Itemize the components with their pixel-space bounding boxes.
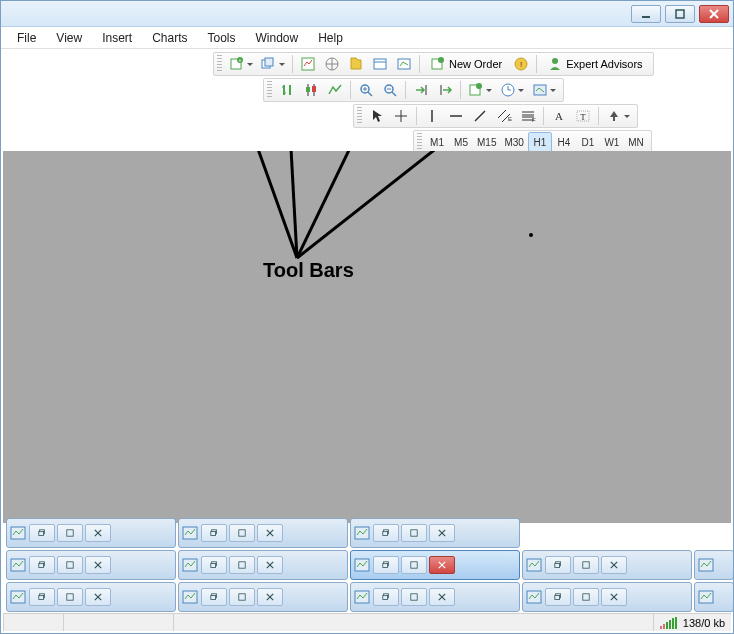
close-button[interactable] bbox=[429, 524, 455, 542]
minimized-window[interactable] bbox=[6, 582, 176, 612]
restore-button[interactable] bbox=[29, 524, 55, 542]
minimized-window[interactable] bbox=[694, 550, 734, 580]
new-chart-button[interactable]: + bbox=[225, 54, 257, 74]
minimized-window[interactable] bbox=[6, 550, 176, 580]
maximize-button[interactable] bbox=[229, 556, 255, 574]
line-chart-button[interactable] bbox=[323, 80, 347, 100]
toolbar-grip[interactable] bbox=[217, 55, 222, 73]
expert-advisors-button[interactable]: Expert Advisors bbox=[540, 54, 649, 74]
fibonacci-button[interactable]: F bbox=[516, 106, 540, 126]
equidistant-channel-button[interactable]: E bbox=[492, 106, 516, 126]
close-button[interactable] bbox=[601, 588, 627, 606]
restore-button[interactable] bbox=[373, 556, 399, 574]
timeframe-m15[interactable]: M15 bbox=[473, 132, 500, 152]
profiles-button[interactable] bbox=[257, 54, 289, 74]
timeframe-h1[interactable]: H1 bbox=[528, 132, 552, 152]
toolbar-grip[interactable] bbox=[417, 133, 422, 151]
minimized-window[interactable] bbox=[178, 518, 348, 548]
timeframe-w1[interactable]: W1 bbox=[600, 132, 624, 152]
restore-button[interactable] bbox=[545, 556, 571, 574]
maximize-button[interactable] bbox=[229, 588, 255, 606]
maximize-button[interactable] bbox=[573, 588, 599, 606]
close-button[interactable] bbox=[429, 556, 455, 574]
crosshair-button[interactable] bbox=[389, 106, 413, 126]
close-button[interactable] bbox=[85, 556, 111, 574]
close-button[interactable] bbox=[85, 588, 111, 606]
arrows-button[interactable] bbox=[602, 106, 634, 126]
text-button[interactable]: A bbox=[547, 106, 571, 126]
auto-scroll-button[interactable] bbox=[409, 80, 433, 100]
restore-button[interactable] bbox=[373, 588, 399, 606]
connection-status[interactable]: 138/0 kb bbox=[653, 614, 731, 631]
close-button[interactable] bbox=[699, 5, 729, 23]
restore-button[interactable] bbox=[29, 588, 55, 606]
close-button[interactable] bbox=[257, 524, 283, 542]
metaeditor-button[interactable]: ! bbox=[509, 54, 533, 74]
timeframe-d1[interactable]: D1 bbox=[576, 132, 600, 152]
bar-chart-button[interactable] bbox=[275, 80, 299, 100]
minimized-window[interactable] bbox=[350, 582, 520, 612]
minimized-window[interactable] bbox=[522, 550, 692, 580]
timeframe-h4[interactable]: H4 bbox=[552, 132, 576, 152]
zoom-in-button[interactable] bbox=[354, 80, 378, 100]
minimized-window[interactable] bbox=[694, 582, 734, 612]
maximize-button[interactable] bbox=[573, 556, 599, 574]
navigator-button[interactable] bbox=[344, 54, 368, 74]
maximize-button[interactable] bbox=[401, 524, 427, 542]
menu-charts[interactable]: Charts bbox=[142, 29, 197, 47]
candlestick-button[interactable] bbox=[299, 80, 323, 100]
close-button[interactable] bbox=[601, 556, 627, 574]
toolbar-grip[interactable] bbox=[267, 81, 272, 99]
minimized-window[interactable] bbox=[522, 582, 692, 612]
restore-button[interactable] bbox=[201, 556, 227, 574]
minimized-window[interactable] bbox=[178, 582, 348, 612]
minimized-window[interactable] bbox=[178, 550, 348, 580]
templates-button[interactable] bbox=[528, 80, 560, 100]
trendline-button[interactable] bbox=[468, 106, 492, 126]
minimized-window[interactable] bbox=[350, 518, 520, 548]
close-button[interactable] bbox=[429, 588, 455, 606]
horizontal-line-button[interactable] bbox=[444, 106, 468, 126]
restore-button[interactable] bbox=[373, 524, 399, 542]
cursor-button[interactable] bbox=[365, 106, 389, 126]
timeframe-mn[interactable]: MN bbox=[624, 132, 648, 152]
maximize-button[interactable] bbox=[401, 588, 427, 606]
maximize-button[interactable] bbox=[57, 556, 83, 574]
restore-button[interactable] bbox=[545, 588, 571, 606]
maximize-button[interactable] bbox=[229, 524, 255, 542]
timeframe-m1[interactable]: M1 bbox=[425, 132, 449, 152]
restore-button[interactable] bbox=[201, 588, 227, 606]
market-watch-button[interactable] bbox=[296, 54, 320, 74]
menu-view[interactable]: View bbox=[46, 29, 92, 47]
close-button[interactable] bbox=[85, 524, 111, 542]
minimized-window[interactable] bbox=[6, 518, 176, 548]
timeframe-m5[interactable]: M5 bbox=[449, 132, 473, 152]
chart-workspace[interactable]: Tool Bars bbox=[3, 151, 731, 523]
restore-button[interactable] bbox=[201, 524, 227, 542]
menu-file[interactable]: File bbox=[7, 29, 46, 47]
maximize-button[interactable] bbox=[57, 524, 83, 542]
chart-shift-button[interactable] bbox=[433, 80, 457, 100]
menu-window[interactable]: Window bbox=[246, 29, 309, 47]
text-label-button[interactable]: T bbox=[571, 106, 595, 126]
timeframe-m30[interactable]: M30 bbox=[500, 132, 527, 152]
maximize-button[interactable] bbox=[57, 588, 83, 606]
menu-help[interactable]: Help bbox=[308, 29, 353, 47]
menu-insert[interactable]: Insert bbox=[92, 29, 142, 47]
data-window-button[interactable] bbox=[320, 54, 344, 74]
close-button[interactable] bbox=[257, 556, 283, 574]
vertical-line-button[interactable] bbox=[420, 106, 444, 126]
indicators-button[interactable] bbox=[464, 80, 496, 100]
close-button[interactable] bbox=[257, 588, 283, 606]
maximize-button[interactable] bbox=[401, 556, 427, 574]
maximize-button[interactable] bbox=[665, 5, 695, 23]
terminal-button[interactable] bbox=[368, 54, 392, 74]
menu-tools[interactable]: Tools bbox=[198, 29, 246, 47]
strategy-tester-button[interactable] bbox=[392, 54, 416, 74]
periodicity-button[interactable] bbox=[496, 80, 528, 100]
minimized-window-active[interactable] bbox=[350, 550, 520, 580]
minimize-button[interactable] bbox=[631, 5, 661, 23]
toolbar-grip[interactable] bbox=[357, 107, 362, 125]
restore-button[interactable] bbox=[29, 556, 55, 574]
new-order-button[interactable]: New Order bbox=[423, 54, 509, 74]
